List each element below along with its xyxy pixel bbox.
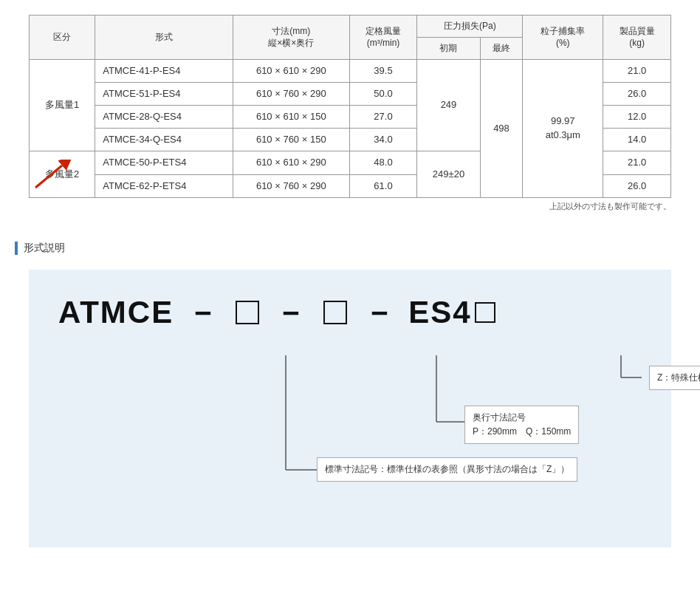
pressure-initial-cell: 249 (417, 59, 480, 151)
model-sep3: － (353, 292, 405, 333)
model-box2 (323, 301, 347, 324)
model-box1 (236, 301, 259, 324)
specs-table: 区分 形式 寸法(mm) 縦×横×奥行 定格風量 (m³/min) 圧力損失(P… (29, 15, 671, 198)
table-note: 上記以外の寸法も製作可能です。 (29, 201, 671, 212)
model-cell: ATMCE-62-P-ETS4 (95, 174, 233, 197)
airflow-cell: 48.0 (349, 151, 417, 174)
dimensions-cell: 610 × 760 × 290 (233, 174, 349, 197)
airflow-cell: 61.0 (349, 174, 417, 197)
table-section: 区分 形式 寸法(mm) 縦×横×奥行 定格風量 (m³/min) 圧力損失(P… (15, 15, 685, 212)
pressure-final-cell: 498 (480, 59, 523, 197)
header-category: 区分 (30, 16, 95, 60)
model-prefix: ATMCE (58, 295, 174, 330)
pressure-initial-cell: 249±20 (417, 151, 480, 197)
header-airflow: 定格風量 (m³/min) (349, 16, 417, 60)
table-row: 多風量1 ATMCE-41-P-ES4 610 × 610 × 290 39.5… (30, 59, 671, 82)
particle-cell: 99.97 at0.3μm (523, 59, 603, 197)
dimensions-cell: 610 × 760 × 290 (233, 82, 349, 105)
airflow-cell: 50.0 (349, 82, 417, 105)
header-particle: 粒子捕集率 (%) (523, 16, 603, 60)
exp-box-3: 標準寸法記号：標準仕様の表参照（異形寸法の場合は「Z」） (317, 457, 577, 482)
model-cell: ATMCE-41-P-ES4 (95, 59, 233, 82)
header-model: 形式 (95, 16, 233, 60)
dimensions-cell: 610 × 610 × 290 (233, 151, 349, 174)
header-pressure: 圧力損失(Pa) (417, 16, 523, 38)
header-pressure-final: 最終 (480, 37, 523, 59)
quality-cell: 14.0 (603, 129, 671, 151)
section-heading: 形式説明 (15, 242, 685, 255)
model-sep1: － (176, 292, 229, 333)
header-dimensions: 寸法(mm) 縦×横×奥行 (233, 16, 349, 60)
model-box3 (475, 302, 495, 323)
model-diagram: ATMCE － － － ES4 Z：特殊仕様の場合のみ付記 奥行寸 (29, 270, 671, 547)
header-quality: 製品質量 (kg) (603, 16, 671, 60)
airflow-cell: 34.0 (349, 129, 417, 151)
airflow-cell: 27.0 (349, 105, 417, 128)
category-cell: 多風量1 (30, 59, 95, 151)
quality-cell: 12.0 (603, 105, 671, 128)
quality-cell: 26.0 (603, 82, 671, 105)
model-sep2: － (265, 292, 318, 333)
exp-box-2: 奥行寸法記号 P：290mm Q：150mm (464, 406, 579, 444)
dimensions-cell: 610 × 760 × 150 (233, 129, 349, 151)
model-cell: ATMCE-50-P-ETS4 (95, 151, 233, 174)
model-cell: ATMCE-34-Q-ES4 (95, 129, 233, 151)
airflow-cell: 39.5 (349, 59, 417, 82)
header-pressure-initial: 初期 (417, 37, 480, 59)
model-cell: ATMCE-28-Q-ES4 (95, 105, 233, 128)
quality-cell: 21.0 (603, 59, 671, 82)
model-cell: ATMCE-51-P-ES4 (95, 82, 233, 105)
dimensions-cell: 610 × 610 × 150 (233, 105, 349, 128)
model-title-line: ATMCE － － － ES4 (58, 292, 642, 333)
red-arrow (28, 160, 72, 191)
dimensions-cell: 610 × 610 × 290 (233, 59, 349, 82)
svg-line-1 (35, 165, 62, 188)
exp-box-1: Z：特殊仕様の場合のみ付記 (649, 366, 700, 390)
model-suffix: ES4 (408, 295, 471, 330)
quality-cell: 21.0 (603, 151, 671, 174)
section-heading-text: 形式説明 (24, 242, 65, 255)
explanation-diagram: Z：特殊仕様の場合のみ付記 奥行寸法記号 P：290mm Q：150mm 標準寸… (73, 355, 642, 518)
quality-cell: 26.0 (603, 174, 671, 197)
